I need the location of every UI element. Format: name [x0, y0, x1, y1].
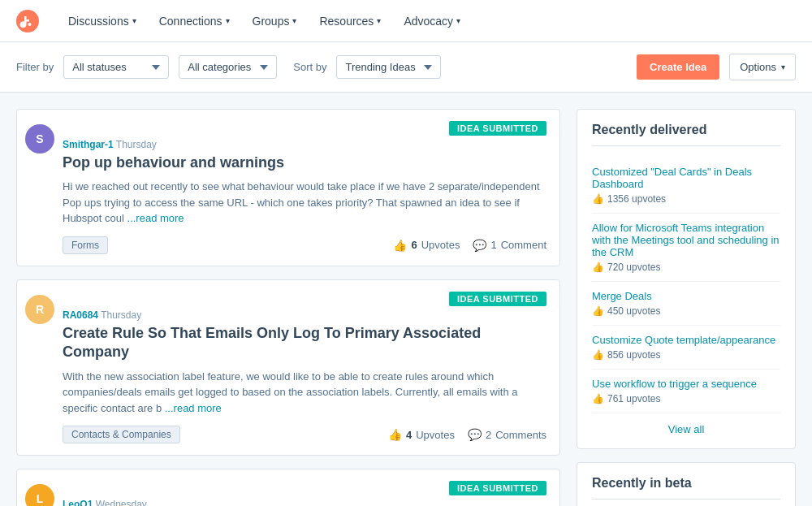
upvote-icon: 👍	[592, 349, 604, 361]
chevron-down-icon: ▾	[377, 16, 381, 25]
upvote-item: 👍 4 Upvotes	[388, 428, 455, 441]
nav-links: Discussions ▾ Connections ▾ Groups ▾ Res…	[58, 10, 470, 32]
idea-title[interactable]: Pop up behaviour and warnings	[63, 154, 546, 172]
comment-icon: 💬	[473, 239, 486, 252]
comment-icon: 💬	[468, 428, 482, 441]
sidebar-upvotes: 👍 720 upvotes	[592, 262, 780, 273]
sidebar-item: Allow for Microsoft Teams integration wi…	[592, 214, 780, 282]
sidebar-section-title: Recently delivered	[592, 123, 780, 146]
recently-in-beta-card: Recently in beta	[577, 462, 796, 506]
idea-card: L Idea Submitted LeoO1 Wednesday Change …	[16, 469, 560, 506]
sidebar-upvotes: 👍 1356 upvotes	[592, 193, 780, 205]
idea-footer: Forms 👍 6 Upvotes 💬 1 Comment	[63, 236, 546, 254]
idea-card-body: Idea Submitted RA0684 Thursday Create Ru…	[63, 280, 559, 455]
options-button[interactable]: Options ▾	[729, 54, 796, 80]
chevron-down-icon: ▾	[781, 63, 785, 71]
view-all-link[interactable]: View all	[592, 423, 780, 435]
idea-footer: Contacts & Companies 👍 4 Upvotes 💬 2 Com…	[63, 426, 546, 443]
avatar-container: S	[17, 110, 63, 266]
top-nav: Discussions ▾ Connections ▾ Groups ▾ Res…	[0, 0, 812, 42]
sidebar-upvotes: 👍 761 upvotes	[592, 393, 780, 404]
status-filter[interactable]: All statuses Idea Submitted In Planning …	[63, 55, 169, 79]
sidebar-item-link[interactable]: Allow for Microsoft Teams integration wi…	[592, 222, 780, 258]
sidebar-column: Recently delivered Customized "Deal Card…	[577, 109, 796, 506]
idea-username[interactable]: Smithgar-1	[63, 139, 114, 150]
idea-meta: LeoO1 Wednesday	[63, 499, 546, 506]
sidebar-item: Use workflow to trigger a sequence 👍 761…	[592, 370, 780, 413]
idea-username[interactable]: RA0684	[63, 309, 98, 321]
nav-logo[interactable]	[16, 10, 39, 32]
filter-by-label: Filter by	[16, 61, 54, 73]
nav-item-advocacy[interactable]: Advocacy ▾	[394, 10, 470, 32]
chevron-down-icon: ▾	[292, 16, 296, 25]
idea-excerpt: Hi we reached out recently to see what b…	[63, 179, 546, 227]
idea-card-header: Idea Submitted	[63, 292, 546, 306]
idea-card-body: Idea Submitted Smithgar-1 Thursday Pop u…	[63, 110, 559, 266]
nav-item-resources[interactable]: Resources ▾	[309, 10, 391, 32]
sidebar-upvotes: 👍 856 upvotes	[592, 349, 780, 361]
comment-item: 💬 2 Comments	[468, 428, 546, 441]
idea-card-header: Idea Submitted	[63, 481, 546, 495]
recently-delivered-card: Recently delivered Customized "Deal Card…	[577, 109, 796, 449]
nav-item-discussions[interactable]: Discussions ▾	[58, 10, 146, 32]
avatar-container: R	[17, 280, 63, 455]
idea-meta: Smithgar-1 Thursday	[63, 139, 546, 150]
main-layout: S Idea Submitted Smithgar-1 Thursday Pop…	[0, 93, 812, 506]
sidebar-item-link[interactable]: Use workflow to trigger a sequence	[592, 378, 780, 390]
idea-tag[interactable]: Forms	[63, 236, 108, 254]
sidebar-item: Customize Quote template/appearance 👍 85…	[592, 326, 780, 370]
idea-date: Thursday	[101, 309, 141, 321]
idea-meta: RA0684 Thursday	[63, 309, 546, 321]
idea-votes: 👍 6 Upvotes 💬 1 Comment	[393, 239, 546, 252]
category-filter[interactable]: All categories CRM Marketing Sales	[179, 55, 277, 79]
read-more-link[interactable]: ...read more	[127, 212, 184, 224]
sidebar-upvotes: 👍 450 upvotes	[592, 305, 780, 317]
sidebar-item-link[interactable]: Customize Quote template/appearance	[592, 334, 780, 346]
read-more-link[interactable]: ...read more	[165, 402, 222, 414]
idea-votes: 👍 4 Upvotes 💬 2 Comments	[388, 428, 546, 441]
sort-select[interactable]: Trending Ideas Newest Most Upvotes	[336, 55, 441, 79]
upvote-icon: 👍	[592, 305, 604, 317]
idea-date: Thursday	[116, 139, 157, 150]
upvote-icon: 👍	[592, 193, 604, 205]
sidebar-item: Customized "Deal Cards" in Deals Dashboa…	[592, 158, 780, 214]
idea-title[interactable]: Create Rule So That Emails Only Log To P…	[63, 324, 546, 362]
idea-date: Wednesday	[96, 499, 147, 506]
upvote-icon: 👍	[592, 262, 604, 273]
chevron-down-icon: ▾	[132, 16, 136, 25]
ideas-column: S Idea Submitted Smithgar-1 Thursday Pop…	[16, 109, 560, 506]
avatar-container: L	[17, 469, 63, 506]
comment-item: 💬 1 Comment	[473, 239, 546, 252]
avatar: R	[25, 295, 54, 324]
filter-bar: Filter by All statuses Idea Submitted In…	[0, 42, 812, 93]
idea-card: S Idea Submitted Smithgar-1 Thursday Pop…	[16, 109, 560, 266]
nav-item-connections[interactable]: Connections ▾	[149, 10, 240, 32]
idea-card-body: Idea Submitted LeoO1 Wednesday Change fo…	[63, 469, 559, 506]
create-idea-button[interactable]: Create Idea	[637, 54, 719, 80]
upvote-icon: 👍	[592, 393, 604, 404]
upvote-icon: 👍	[388, 428, 402, 441]
avatar: L	[25, 484, 54, 506]
upvote-item: 👍 6 Upvotes	[393, 239, 460, 252]
idea-username[interactable]: LeoO1	[63, 499, 93, 506]
nav-item-groups[interactable]: Groups ▾	[243, 10, 307, 32]
chevron-down-icon: ▾	[456, 16, 460, 25]
upvote-icon: 👍	[393, 239, 407, 252]
chevron-down-icon: ▾	[226, 16, 230, 25]
idea-excerpt: With the new association label feature, …	[63, 369, 546, 417]
idea-tag[interactable]: Contacts & Companies	[63, 426, 180, 443]
sidebar-item-link[interactable]: Merge Deals	[592, 290, 780, 302]
idea-card-header: Idea Submitted	[63, 121, 546, 136]
status-badge: Idea Submitted	[449, 292, 546, 306]
idea-card: R Idea Submitted RA0684 Thursday Create …	[16, 279, 560, 456]
sidebar-item-link[interactable]: Customized "Deal Cards" in Deals Dashboa…	[592, 166, 780, 190]
avatar: S	[25, 124, 54, 154]
sidebar-item: Merge Deals 👍 450 upvotes	[592, 282, 780, 326]
sort-by-label: Sort by	[293, 61, 326, 73]
sidebar-section-title: Recently in beta	[592, 476, 780, 500]
status-badge: Idea Submitted	[449, 121, 546, 136]
status-badge: Idea Submitted	[449, 481, 546, 495]
